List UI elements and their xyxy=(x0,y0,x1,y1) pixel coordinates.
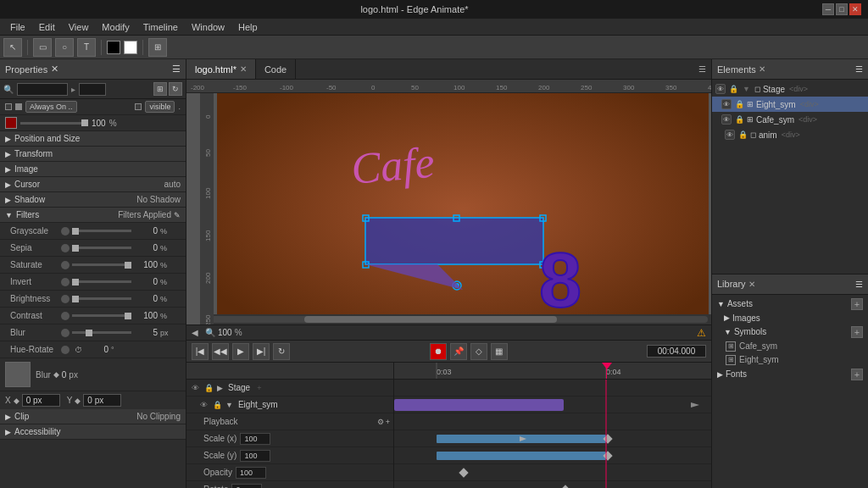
menu-edit[interactable]: Edit xyxy=(32,20,62,34)
menu-view[interactable]: View xyxy=(62,20,96,34)
prop-icon-2[interactable]: ↻ xyxy=(169,82,182,96)
stage-canvas[interactable]: Cafe xyxy=(217,93,709,324)
symbols-header[interactable]: ▼ Symbols + xyxy=(712,324,868,340)
pin-button[interactable]: 📌 xyxy=(450,343,467,360)
assets-add-button[interactable]: + xyxy=(851,298,863,310)
position-size-section[interactable]: ▶ Position and Size xyxy=(0,131,186,147)
cafe-el-eye-icon[interactable]: 👁 xyxy=(721,114,732,125)
stage-el-eye-icon[interactable]: 👁 xyxy=(715,84,726,94)
zoom-tool-button[interactable]: ⊞ xyxy=(148,38,167,57)
select-tool-button[interactable]: ↖ xyxy=(3,38,22,57)
blur-slider[interactable] xyxy=(72,331,131,334)
menu-modify[interactable]: Modify xyxy=(95,20,136,34)
lib-eight-sym[interactable]: ⊞ Eight_sym xyxy=(712,353,868,367)
cursor-section[interactable]: ▶ Cursor auto xyxy=(0,177,186,192)
timeline-playhead[interactable] xyxy=(606,363,607,379)
tab-options-button[interactable]: ☰ xyxy=(693,64,711,74)
eight-el-lock-icon[interactable]: 🔒 xyxy=(734,99,744,109)
menu-timeline[interactable]: Timeline xyxy=(136,20,185,34)
element-eight-sym[interactable]: 👁 🔒 ⊞ Eight_sym <div> xyxy=(712,97,868,112)
saturate-slider[interactable] xyxy=(72,263,131,266)
clip-section[interactable]: ▶ Clip No Clipping xyxy=(0,409,186,424)
element-name-input[interactable]: anim xyxy=(17,83,68,96)
brightness-slider[interactable] xyxy=(72,297,131,300)
text-tool-button[interactable]: T xyxy=(77,38,96,57)
play-button[interactable]: ▶ xyxy=(232,343,249,360)
stage-scroll-thumb[interactable] xyxy=(304,316,557,323)
canvas-area[interactable]: 0 50 100 150 200 250 xyxy=(200,93,711,324)
stage-tab[interactable]: logo.html* ✕ xyxy=(186,59,256,79)
color-swatch[interactable] xyxy=(5,117,17,129)
playback-settings-icon[interactable]: ⚙ xyxy=(377,418,384,426)
image-section[interactable]: ▶ Image xyxy=(0,162,186,177)
easing-button[interactable]: ◇ xyxy=(470,343,487,360)
symbols-add-button[interactable]: + xyxy=(851,326,863,338)
eight-el-eye-icon[interactable]: 👁 xyxy=(721,99,732,109)
scale-x-input[interactable] xyxy=(240,433,270,445)
stage-add-icon[interactable]: + xyxy=(257,384,261,392)
prev-frame-button[interactable]: |◀ xyxy=(192,343,209,360)
sepia-slider[interactable] xyxy=(72,247,131,249)
eight-expand-icon[interactable]: ▼ xyxy=(225,401,233,409)
element-anim[interactable]: 👁 🔒 ◻ anim <div> xyxy=(712,127,868,142)
stage-tab-close-icon[interactable]: ✕ xyxy=(240,64,247,74)
fonts-add-button[interactable]: + xyxy=(851,369,863,380)
library-options-icon[interactable]: ☰ xyxy=(855,280,863,289)
stage-lock-icon[interactable]: 🔒 xyxy=(203,383,214,393)
filters-edit-icon[interactable]: ✎ xyxy=(174,211,181,219)
menu-file[interactable]: File xyxy=(3,20,32,34)
rotate-input[interactable] xyxy=(231,484,262,489)
stage-eye-icon[interactable]: 👁 xyxy=(190,383,200,393)
grayscale-slider[interactable] xyxy=(72,230,131,232)
stage-expand-icon[interactable]: ▶ xyxy=(217,384,223,392)
x-input[interactable] xyxy=(22,394,60,407)
close-button[interactable]: ✕ xyxy=(849,3,861,15)
y-input[interactable] xyxy=(83,394,121,407)
maximize-button[interactable]: □ xyxy=(836,3,848,15)
filters-section[interactable]: ▼ Filters Filters Applied ✎ xyxy=(0,208,186,223)
contrast-slider[interactable] xyxy=(72,314,131,317)
record-button[interactable]: ⏺ xyxy=(430,343,447,360)
code-tab[interactable]: Code xyxy=(256,59,296,79)
anim-el-eye-icon[interactable]: 👁 xyxy=(725,130,735,140)
invert-slider[interactable] xyxy=(72,280,131,283)
visible-toggle[interactable] xyxy=(135,103,142,110)
assets-header[interactable]: ▼ Assets + xyxy=(712,297,868,312)
element-type-input[interactable]: div xyxy=(79,83,106,96)
visible-button[interactable]: visible xyxy=(145,101,175,113)
fonts-header[interactable]: ▶ Fonts + xyxy=(712,367,868,382)
prop-icon-1[interactable]: ⊞ xyxy=(153,82,167,96)
transform-section[interactable]: ▶ Transform xyxy=(0,147,186,162)
playback-add-icon[interactable]: + xyxy=(386,418,390,426)
loop-button[interactable]: ↻ xyxy=(273,343,290,360)
rectangle-tool-button[interactable]: ▭ xyxy=(33,38,52,57)
menu-window[interactable]: Window xyxy=(185,20,231,34)
ellipse-tool-button[interactable]: ○ xyxy=(55,38,74,57)
shadow-section[interactable]: ▶ Shadow No Shadow xyxy=(0,192,186,208)
menu-help[interactable]: Help xyxy=(231,20,264,34)
anim-el-lock-icon[interactable]: 🔒 xyxy=(737,130,748,140)
always-on-toggle2[interactable] xyxy=(15,103,22,110)
element-cafe-sym[interactable]: 👁 🔒 ⊞ Cafe_sym <div> xyxy=(712,112,868,127)
stage-collapse-icon[interactable]: ▼ xyxy=(743,85,750,93)
lib-cafe-sym[interactable]: ⊞ Cafe_sym xyxy=(712,340,868,353)
always-on-button[interactable]: Always On .. xyxy=(25,101,77,113)
always-on-toggle[interactable] xyxy=(5,103,12,110)
opacity-slider[interactable] xyxy=(20,122,88,125)
transition-button[interactable]: ▦ xyxy=(491,343,508,360)
opacity-tl-input[interactable] xyxy=(236,467,266,479)
accessibility-section[interactable]: ▶ Accessibility xyxy=(0,424,186,440)
fill-color[interactable] xyxy=(124,41,137,54)
rewind-button[interactable]: ◀◀ xyxy=(212,343,229,360)
hue-rotate-animate-icon[interactable]: ⏱ xyxy=(75,346,82,354)
eight-lock-icon[interactable]: 🔒 xyxy=(212,400,222,410)
scroll-left-icon[interactable]: ◀ xyxy=(192,328,198,337)
stage-hscroll[interactable] xyxy=(200,314,711,324)
eight-eye-icon[interactable]: 👁 xyxy=(198,400,209,410)
minimize-button[interactable]: ─ xyxy=(822,3,834,15)
next-frame-button[interactable]: ▶| xyxy=(253,343,270,360)
images-header[interactable]: ▶ Images xyxy=(712,312,868,324)
current-time-display[interactable]: 00:04.000 xyxy=(647,345,706,358)
scale-y-input[interactable] xyxy=(240,450,270,462)
cafe-el-lock-icon[interactable]: 🔒 xyxy=(734,114,744,125)
